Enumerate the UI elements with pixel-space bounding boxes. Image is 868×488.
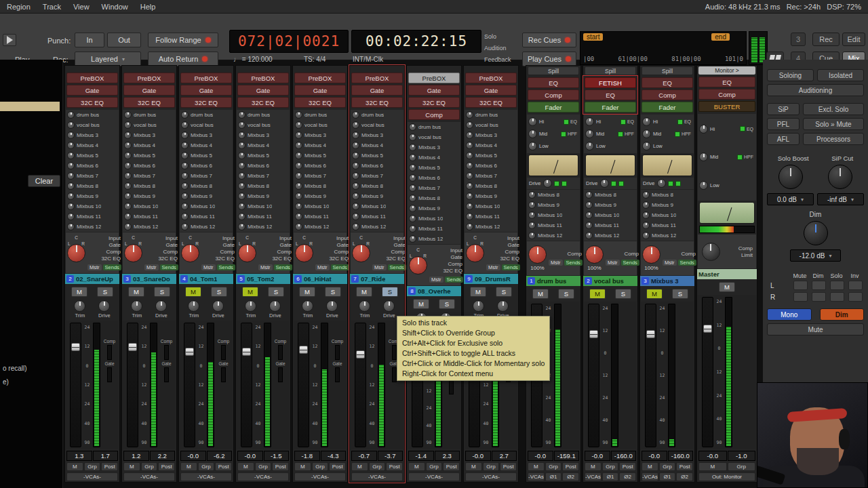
peak-display[interactable]: 1.7 — [93, 451, 119, 461]
send-mixbus-4[interactable]: Mixbus 4 — [465, 140, 517, 150]
processor-comp[interactable]: Comp — [528, 89, 579, 100]
send-mixbus-6[interactable]: Mixbus 6 — [66, 161, 119, 171]
processor-eq[interactable]: EQ — [585, 89, 636, 100]
bottom-post[interactable]: Post — [562, 462, 579, 471]
send-mixbus-12[interactable]: Mixbus 12 — [641, 230, 694, 241]
sends-button[interactable]: Sends — [160, 264, 178, 270]
send-knob[interactable] — [585, 191, 593, 199]
solo-flag[interactable]: Solo — [484, 31, 511, 43]
send-mixbus-12[interactable]: Mixbus 12 — [237, 222, 290, 232]
send-mixbus-4[interactable]: Mixbus 4 — [237, 140, 290, 150]
send-mixbus-3[interactable]: Mixbus 3 — [237, 130, 290, 140]
r-inv-toggle[interactable] — [848, 292, 863, 302]
solo-button[interactable]: S — [154, 287, 170, 297]
bottom-m[interactable]: M — [408, 462, 425, 471]
send-mixbus-3[interactable]: Mixbus 3 — [408, 142, 460, 152]
send-mixbus-5[interactable]: Mixbus 5 — [351, 150, 403, 161]
eq-low-knob[interactable] — [585, 142, 594, 150]
bottom-m[interactable]: M — [465, 462, 482, 471]
bottom-grp[interactable]: Grp — [369, 462, 386, 471]
send-mixbus-11[interactable]: Mixbus 11 — [66, 211, 119, 222]
sip-cut-knob[interactable] — [828, 165, 852, 189]
send-knob[interactable] — [642, 191, 650, 199]
send-mixbus-7[interactable]: Mixbus 7 — [294, 171, 347, 181]
processor-prebox[interactable]: PreBOX — [465, 73, 517, 83]
send-knob[interactable] — [238, 192, 245, 200]
processor-buster[interactable]: BUSTER — [698, 101, 755, 112]
processor-32c-eq[interactable]: 32C EQ — [408, 97, 460, 108]
mstr-button[interactable]: Mstr — [549, 260, 563, 266]
bottom--vcas-[interactable]: -VCAs- — [237, 472, 289, 481]
fader-handle[interactable] — [71, 343, 80, 351]
send-mixbus-12[interactable]: Mixbus 12 — [527, 230, 580, 241]
menu-track[interactable]: Track — [43, 3, 61, 11]
strip-drive-knob[interactable] — [212, 300, 224, 312]
send-mixbus-5[interactable]: Mixbus 5 — [408, 163, 460, 173]
comp-knob[interactable] — [528, 245, 547, 264]
play-cues-button[interactable]: Play Cues — [522, 52, 576, 66]
solo-boost-knob[interactable] — [778, 165, 803, 189]
send-knob[interactable] — [295, 223, 302, 230]
send-vocal-bus[interactable]: vocal bus — [294, 120, 347, 130]
eq-hi-knob[interactable] — [642, 117, 651, 126]
bottom--vcas-[interactable]: -VCAs- — [351, 472, 403, 481]
send-knob[interactable] — [238, 162, 245, 169]
send-knob[interactable] — [295, 162, 302, 169]
eq-low-knob[interactable] — [699, 181, 708, 190]
send-mixbus-11[interactable]: Mixbus 11 — [123, 211, 176, 222]
send-knob[interactable] — [352, 213, 359, 220]
bottom--vcas-[interactable]: -VCAs- — [528, 472, 545, 481]
mstr-button[interactable]: Mstr — [87, 264, 102, 270]
comp-knob[interactable] — [642, 245, 660, 264]
edit-window-button[interactable]: Edit — [842, 33, 865, 46]
send-mixbus-8[interactable]: Mixbus 8 — [584, 190, 637, 200]
send-drum-bus[interactable]: drum bus — [123, 110, 176, 120]
send-mixbus-7[interactable]: Mixbus 7 — [123, 171, 176, 181]
send-knob[interactable] — [352, 142, 359, 149]
sip-cut-value[interactable]: -inf dB▾ — [817, 193, 864, 205]
send-knob[interactable] — [466, 172, 473, 180]
processor-gate[interactable]: Gate — [408, 85, 460, 96]
processor-gate[interactable]: Gate — [66, 85, 118, 96]
gain-display[interactable]: -0.0 — [180, 451, 206, 461]
send-knob[interactable] — [295, 203, 302, 210]
peak-display[interactable]: -3.7 — [378, 451, 403, 461]
send-knob[interactable] — [181, 203, 189, 210]
send-mixbus-6[interactable]: Mixbus 6 — [237, 161, 290, 171]
spill-button[interactable]: Spill — [585, 66, 636, 75]
send-knob[interactable] — [238, 121, 245, 129]
track-name[interactable]: 1drum bus — [526, 276, 580, 286]
send-mixbus-5[interactable]: Mixbus 5 — [123, 150, 176, 161]
gain-display[interactable]: -0.0 — [465, 451, 491, 461]
sends-button[interactable]: Sends — [274, 264, 292, 270]
send-knob[interactable] — [181, 152, 189, 159]
send-mixbus-11[interactable]: Mixbus 11 — [641, 220, 694, 230]
send-mixbus-11[interactable]: Mixbus 11 — [408, 224, 460, 234]
sends-button[interactable]: Sends — [217, 264, 235, 270]
eq-hi-knob[interactable] — [585, 117, 594, 126]
strip-drive-knob[interactable] — [155, 300, 167, 312]
send-knob[interactable] — [181, 162, 189, 169]
peak-display[interactable]: -1.0 — [728, 451, 756, 461]
bottom--1[interactable]: Ø1 — [659, 472, 676, 481]
trim-knob[interactable] — [359, 300, 370, 312]
send-mixbus-7[interactable]: Mixbus 7 — [237, 171, 290, 181]
processor-comp[interactable]: Comp — [642, 89, 693, 100]
send-knob[interactable] — [409, 205, 416, 212]
send-mixbus-9[interactable]: Mixbus 9 — [237, 191, 290, 201]
send-mixbus-12[interactable]: Mixbus 12 — [180, 222, 233, 232]
send-mixbus-8[interactable]: Mixbus 8 — [465, 181, 517, 191]
auto-return-button[interactable]: Auto Return — [148, 52, 218, 66]
send-mixbus-10[interactable]: Mixbus 10 — [584, 210, 637, 220]
track-name[interactable]: 303_SnareDo — [122, 274, 176, 284]
send-knob[interactable] — [67, 152, 75, 159]
bottom-post[interactable]: Post — [500, 462, 517, 471]
send-knob[interactable] — [409, 164, 416, 171]
gain-display[interactable]: -0.0 — [237, 451, 263, 461]
send-knob[interactable] — [238, 172, 245, 180]
track-name[interactable]: 202_SnareUp — [65, 274, 119, 284]
gain-knob[interactable] — [238, 244, 256, 262]
bottom--vcas-[interactable]: -VCAs- — [585, 472, 601, 481]
send-mixbus-8[interactable]: Mixbus 8 — [66, 181, 119, 191]
send-knob[interactable] — [124, 203, 132, 210]
